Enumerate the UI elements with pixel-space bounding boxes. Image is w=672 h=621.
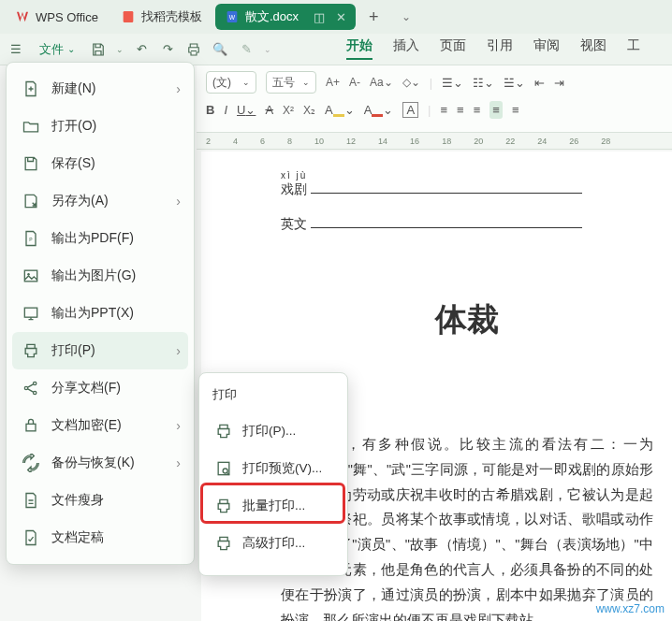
chevron-down-icon[interactable]: ⌄ bbox=[264, 45, 271, 54]
tab-document-label: 散文.docx bbox=[245, 8, 299, 25]
preview-icon[interactable]: 🔍 bbox=[212, 41, 228, 58]
menu-export-ppt[interactable]: 输出为PPT(X) bbox=[12, 295, 188, 332]
menu-label: 新建(N) bbox=[51, 80, 95, 97]
svg-point-9 bbox=[34, 391, 37, 394]
svg-text:W: W bbox=[229, 14, 236, 21]
svg-point-7 bbox=[24, 386, 27, 389]
menu-export-image[interactable]: 输出为图片(G) bbox=[12, 257, 188, 295]
highlight-button[interactable]: A⌄ bbox=[364, 103, 394, 117]
svg-rect-10 bbox=[26, 424, 36, 431]
format-painter-icon[interactable]: ✎ bbox=[238, 41, 255, 58]
tab-template-label: 找稻壳模板 bbox=[141, 8, 202, 25]
hamburger-icon[interactable]: ☰ bbox=[7, 41, 24, 58]
number-list-button[interactable]: ☷⌄ bbox=[473, 76, 494, 90]
ribbon-tab-review[interactable]: 审阅 bbox=[533, 37, 560, 60]
submenu-advanced-print[interactable]: 高级打印... bbox=[207, 525, 340, 562]
share-icon bbox=[22, 379, 40, 397]
menu-slim[interactable]: 文件瘦身 bbox=[12, 482, 188, 519]
submenu-batch-print[interactable]: 批量打印... bbox=[207, 487, 340, 525]
tab-template[interactable]: 找稻壳模板 bbox=[111, 4, 212, 30]
tab-document[interactable]: W 散文.docx ◫ ✕ bbox=[215, 4, 356, 30]
underline-button[interactable]: U⌄ bbox=[237, 103, 256, 117]
chevron-right-icon: › bbox=[176, 343, 181, 358]
submenu-preview[interactable]: 打印预览(V)... bbox=[207, 450, 340, 487]
image-icon bbox=[22, 267, 40, 285]
char-border-button[interactable]: A bbox=[402, 102, 418, 118]
ruler: 246810121416182022242628 bbox=[197, 133, 672, 150]
increase-font-button[interactable]: A+ bbox=[326, 76, 340, 89]
pdf-icon: P bbox=[22, 229, 40, 248]
decrease-font-button[interactable]: A- bbox=[349, 76, 360, 89]
align-justify-button[interactable]: ≡ bbox=[489, 101, 503, 119]
change-case-button[interactable]: Aa⌄ bbox=[370, 76, 393, 89]
menu-label: 文件瘦身 bbox=[51, 492, 104, 509]
doc-label-2: 英文 bbox=[281, 215, 653, 233]
submenu-title: 打印 bbox=[207, 383, 340, 412]
menu-label: 打开(O) bbox=[51, 118, 96, 135]
menu-final[interactable]: 文档定稿 bbox=[12, 519, 188, 556]
tab-app[interactable]: WPS Office bbox=[6, 4, 108, 30]
italic-button[interactable]: I bbox=[224, 103, 227, 117]
watermark: www.xz7.com bbox=[592, 600, 668, 617]
ribbon-tab-insert[interactable]: 插入 bbox=[393, 37, 419, 60]
bullet-list-button[interactable]: ☰⌄ bbox=[442, 76, 463, 90]
chevron-right-icon: › bbox=[176, 455, 181, 470]
save-icon[interactable] bbox=[90, 41, 107, 58]
ribbon-tab-start[interactable]: 开始 bbox=[346, 37, 373, 60]
superscript-button[interactable]: X² bbox=[283, 104, 294, 117]
ribbon-tab-tool[interactable]: 工 bbox=[627, 37, 640, 60]
new-tab-button[interactable]: + bbox=[359, 7, 388, 27]
undo-icon[interactable]: ↶ bbox=[133, 41, 150, 58]
menu-backup[interactable]: 备份与恢复(K) › bbox=[12, 444, 188, 482]
menu-save[interactable]: 保存(S) bbox=[12, 145, 188, 182]
bold-button[interactable]: B bbox=[206, 103, 214, 117]
file-menu-button[interactable]: 文件 ⌄ bbox=[34, 39, 80, 60]
strike-button[interactable]: A bbox=[265, 103, 273, 117]
svg-rect-0 bbox=[124, 11, 134, 22]
multilevel-list-button[interactable]: ☱⌄ bbox=[504, 76, 525, 90]
ribbon-tab-reference[interactable]: 引用 bbox=[487, 37, 513, 60]
font-family-select[interactable]: (文) ⌄ bbox=[206, 71, 256, 94]
svg-text:P: P bbox=[29, 237, 33, 242]
indent-button[interactable]: ⇤ bbox=[534, 76, 545, 90]
save-icon bbox=[22, 154, 40, 173]
file-slim-icon bbox=[22, 491, 40, 510]
file-label: 文件 bbox=[39, 41, 64, 58]
ribbon-tab-page[interactable]: 页面 bbox=[440, 37, 466, 60]
chevron-down-icon[interactable]: ⌄ bbox=[116, 45, 124, 54]
printer-icon bbox=[214, 422, 233, 440]
outdent-button[interactable]: ⇥ bbox=[554, 76, 564, 90]
distribute-button[interactable]: ≡ bbox=[512, 103, 519, 117]
svg-rect-6 bbox=[24, 308, 37, 317]
menu-print[interactable]: 打印(P) › bbox=[12, 332, 188, 369]
submenu-print[interactable]: 打印(P)... bbox=[207, 412, 340, 450]
font-size-select[interactable]: 五号 ⌄ bbox=[266, 71, 316, 94]
svg-rect-4 bbox=[24, 270, 37, 282]
menu-share[interactable]: 分享文档(F) bbox=[12, 369, 188, 407]
print-submenu: 打印 打印(P)... 打印预览(V)... 批量打印... 高级打印... bbox=[198, 372, 348, 576]
clear-format-button[interactable]: ◇⌄ bbox=[402, 76, 420, 89]
close-icon[interactable]: ✕ bbox=[336, 10, 346, 24]
chevron-right-icon: › bbox=[176, 418, 181, 433]
menu-open[interactable]: 打开(O) bbox=[12, 108, 188, 145]
ribbon-tab-view[interactable]: 视图 bbox=[580, 37, 606, 60]
menu-label: 分享文档(F) bbox=[51, 380, 121, 397]
submenu-label: 打印(P)... bbox=[242, 423, 296, 440]
menu-encrypt[interactable]: 文档加密(E) › bbox=[12, 407, 188, 444]
print-icon[interactable] bbox=[185, 41, 202, 58]
redo-icon[interactable]: ↷ bbox=[159, 41, 176, 58]
window-icon[interactable]: ◫ bbox=[312, 9, 327, 24]
save-as-icon bbox=[22, 192, 40, 210]
font-color-button[interactable]: A⌄ bbox=[325, 103, 355, 117]
align-center-button[interactable]: ≡ bbox=[457, 103, 464, 117]
chevron-right-icon: › bbox=[176, 81, 181, 96]
menu-export-pdf[interactable]: P 输出为PDF(F) bbox=[12, 220, 188, 257]
subscript-button[interactable]: X₂ bbox=[303, 104, 315, 117]
menu-new[interactable]: 新建(N) › bbox=[12, 70, 188, 108]
tab-menu-chevron-icon[interactable]: ⌄ bbox=[392, 10, 420, 23]
menu-label: 文档定稿 bbox=[51, 529, 104, 546]
menu-saveas[interactable]: 另存为(A) › bbox=[12, 182, 188, 220]
align-left-button[interactable]: ≡ bbox=[441, 103, 448, 117]
align-right-button[interactable]: ≡ bbox=[474, 103, 481, 117]
submenu-label: 批量打印... bbox=[242, 498, 305, 514]
